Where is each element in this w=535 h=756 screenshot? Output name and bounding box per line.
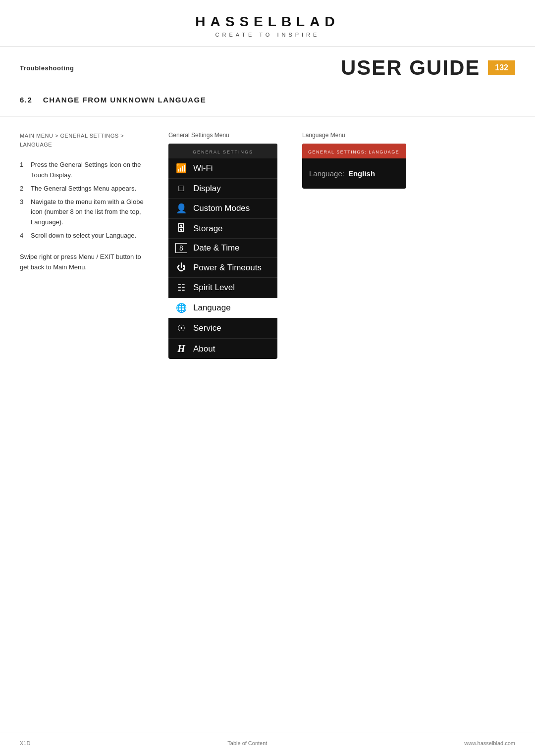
service-icon: ☉ xyxy=(175,323,187,334)
step-3: 3 Navigate to the menu item with a Globe… xyxy=(20,197,149,228)
menu-item-storage[interactable]: 🗄 Storage xyxy=(168,219,277,239)
logo-tagline: CREATE TO INSPIRE xyxy=(215,32,320,38)
swipe-note: Swipe right or press Menu / EXIT button … xyxy=(20,252,149,273)
section-title: CHANGE FROM UNKNOWN LANGUAGE xyxy=(43,96,206,104)
datetime-icon: 8 xyxy=(175,243,187,253)
power-icon: ⏻ xyxy=(175,262,187,273)
footer: X1D Table of Content www.hasselblad.com xyxy=(0,733,535,746)
menu-item-service[interactable]: ☉ Service xyxy=(168,318,277,339)
step-1: 1 Press the General Settings icon on the… xyxy=(20,160,149,181)
left-column: MAIN MENU > GENERAL SETTINGS > LANGUAGE … xyxy=(20,132,149,359)
logo: HASSELBLAD xyxy=(195,14,339,30)
lang-header-bar: GENERAL SETTINGS: LANGUAGE xyxy=(302,144,406,158)
wifi-icon: 📶 xyxy=(175,163,187,174)
footer-center: Table of Content xyxy=(227,740,267,746)
spirit-level-icon: ☷ xyxy=(175,282,187,293)
lang-value: English xyxy=(348,169,375,178)
main-content: MAIN MENU > GENERAL SETTINGS > LANGUAGE … xyxy=(0,117,535,374)
custom-modes-icon: 👤 xyxy=(175,203,187,214)
menu-header-bar: GENERAL SETTINGS xyxy=(168,144,277,158)
step-2: 2 The General Settings Menu appears. xyxy=(20,184,149,194)
section-number: 6.2 xyxy=(20,96,41,104)
language-icon: 🌐 xyxy=(175,302,187,313)
language-menu: GENERAL SETTINGS: LANGUAGE Language: Eng… xyxy=(302,144,406,189)
display-icon: □ xyxy=(175,183,187,194)
step-4: 4 Scroll down to select your Language. xyxy=(20,231,149,241)
menu-item-display[interactable]: □ Display xyxy=(168,179,277,199)
page-header-row: Troubleshooting USER GUIDE 132 xyxy=(0,47,535,80)
user-guide-title: USER GUIDE xyxy=(74,56,488,80)
right-column: Language Menu GENERAL SETTINGS: LANGUAGE… xyxy=(302,132,411,359)
menu-item-wifi[interactable]: 📶 Wi-Fi xyxy=(168,158,277,179)
breadcrumb: MAIN MENU > GENERAL SETTINGS > LANGUAGE xyxy=(20,132,149,149)
footer-right: www.hasselblad.com xyxy=(464,740,515,746)
lang-label: Language: xyxy=(309,169,344,178)
section-title-row: 6.2 CHANGE FROM UNKNOWN LANGUAGE xyxy=(0,80,535,117)
footer-left: X1D xyxy=(20,740,30,746)
menu-item-datetime[interactable]: 8 Date & Time xyxy=(168,239,277,258)
lang-menu-label: Language Menu xyxy=(302,132,411,139)
section-label: Troubleshooting xyxy=(20,64,74,72)
menu-item-about[interactable]: H About xyxy=(168,339,277,359)
general-settings-menu: GENERAL SETTINGS 📶 Wi-Fi □ Display 👤 Cus… xyxy=(168,144,277,359)
menu-item-power[interactable]: ⏻ Power & Timeouts xyxy=(168,258,277,278)
menu-item-custom-modes[interactable]: 👤 Custom Modes xyxy=(168,199,277,219)
storage-icon: 🗄 xyxy=(175,223,187,234)
middle-column: General Settings Menu GENERAL SETTINGS 📶… xyxy=(168,132,282,359)
about-icon: H xyxy=(175,343,187,354)
steps-list: 1 Press the General Settings icon on the… xyxy=(20,160,149,241)
menu-label: General Settings Menu xyxy=(168,132,282,139)
page-number-badge: 132 xyxy=(488,60,515,75)
lang-content: Language: English xyxy=(302,158,406,189)
menu-item-language[interactable]: 🌐 Language xyxy=(168,298,277,318)
menu-item-spirit-level[interactable]: ☷ Spirit Level xyxy=(168,278,277,298)
page-header: HASSELBLAD CREATE TO INSPIRE xyxy=(0,0,535,47)
